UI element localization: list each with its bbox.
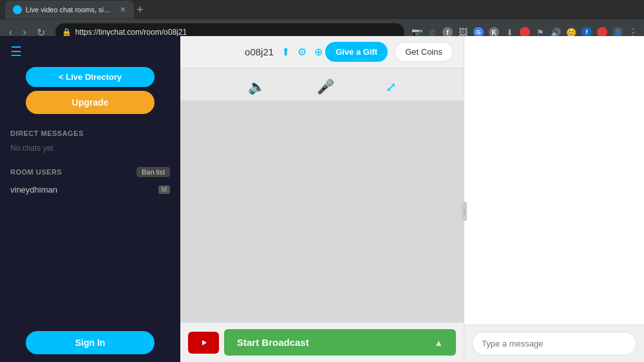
- header-right: Give a Gift Get Coins: [325, 42, 453, 62]
- direct-messages-label: DIRECT MESSAGES: [0, 122, 180, 141]
- sidebar: ☰ < Live Directory Upgrade DIRECT MESSAG…: [0, 36, 180, 362]
- give-gift-button[interactable]: Give a Gift: [325, 42, 388, 62]
- video-area: 🔈 🎤 ⤢ |: [180, 68, 464, 322]
- room-header-center: o08j21 ⬆ ⚙ ⊕: [245, 46, 323, 58]
- share-icon[interactable]: ⬆: [281, 46, 290, 58]
- ban-list-button[interactable]: Ban list: [137, 167, 170, 177]
- upgrade-button[interactable]: Upgrade: [26, 91, 155, 114]
- tab-bar: Live video chat rooms, simple a... ✕ +: [0, 0, 644, 19]
- chat-input-area: [464, 325, 644, 362]
- room-users-label: ROOM USERS: [10, 168, 62, 176]
- chat-messages: [464, 36, 644, 325]
- active-tab[interactable]: Live video chat rooms, simple a... ✕: [5, 1, 134, 19]
- youtube-button[interactable]: [188, 332, 219, 354]
- add-icon[interactable]: ⊕: [314, 46, 323, 58]
- room-title: o08j21: [245, 46, 274, 57]
- expand-control-icon[interactable]: ⤢: [386, 79, 397, 95]
- tab-title: Live video chat rooms, simple a...: [26, 6, 116, 14]
- user-name: vineydhiman: [10, 185, 57, 195]
- video-controls: 🔈 🎤 ⤢: [180, 68, 464, 100]
- start-broadcast-button[interactable]: Start Broadcast ▲: [224, 329, 456, 356]
- volume-control-icon[interactable]: 🔈: [248, 79, 265, 95]
- new-tab-button[interactable]: +: [137, 3, 144, 17]
- no-chats-text: No chats yet: [0, 141, 180, 160]
- chat-input[interactable]: [472, 332, 636, 356]
- user-row[interactable]: vineydhiman M: [0, 181, 180, 198]
- chat-panel: [464, 36, 644, 362]
- broadcast-bar: Start Broadcast ▲: [180, 322, 464, 362]
- lock-icon: 🔒: [62, 28, 71, 37]
- sidebar-menu-icon[interactable]: ☰: [10, 44, 22, 59]
- app-container: ☰ < Live Directory Upgrade DIRECT MESSAG…: [0, 36, 644, 362]
- video-feed: |: [180, 100, 464, 322]
- start-broadcast-label: Start Broadcast: [237, 337, 309, 348]
- settings-icon[interactable]: ⚙: [298, 46, 307, 58]
- close-tab-button[interactable]: ✕: [120, 5, 126, 14]
- broadcast-arrow: ▲: [434, 338, 443, 348]
- tab-favicon: [13, 5, 22, 14]
- sidebar-header: ☰: [0, 36, 180, 67]
- resize-handle[interactable]: |: [462, 202, 467, 221]
- sidebar-buttons: < Live Directory Upgrade: [0, 67, 180, 122]
- room-users-header: ROOM USERS Ban list: [0, 160, 180, 181]
- get-coins-button[interactable]: Get Coins: [394, 42, 453, 62]
- youtube-icon: [197, 338, 210, 347]
- live-directory-button[interactable]: < Live Directory: [26, 67, 155, 87]
- user-badge: M: [158, 186, 170, 194]
- signin-button[interactable]: Sign In: [26, 331, 155, 354]
- mic-control-icon[interactable]: 🎤: [317, 79, 334, 95]
- room-header: o08j21 ⬆ ⚙ ⊕ Give a Gift Get Coins: [180, 36, 464, 68]
- url-text: https://tinychat.com/room/o08j21: [75, 28, 187, 37]
- main-content: o08j21 ⬆ ⚙ ⊕ Give a Gift Get Coins 🔈 🎤 ⤢…: [180, 36, 464, 362]
